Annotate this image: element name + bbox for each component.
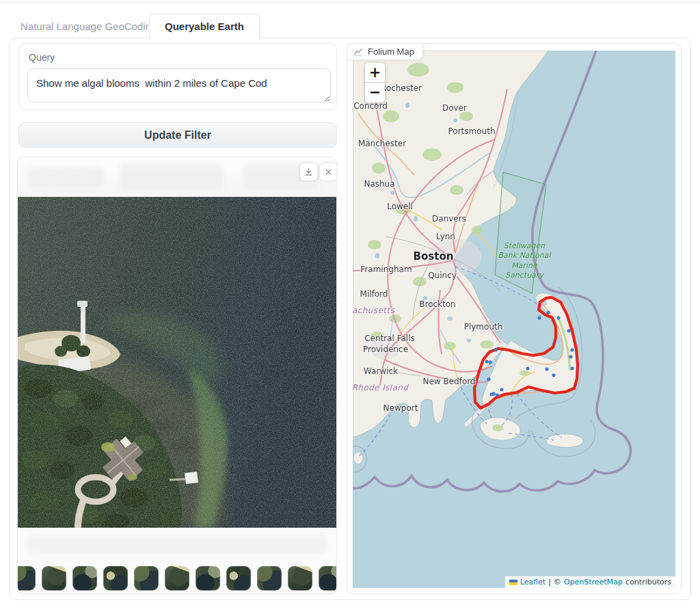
tab-queryable-earth[interactable]: Queryable Earth bbox=[149, 14, 260, 38]
gallery-thumbnail[interactable] bbox=[226, 566, 251, 591]
gallery-thumbnail[interactable] bbox=[319, 566, 337, 591]
attribution-separator: | bbox=[548, 578, 551, 586]
widget-label-text: Folium Map bbox=[368, 46, 414, 57]
gallery-thumbnail[interactable] bbox=[72, 566, 97, 591]
query-textarea[interactable]: Show me algal blooms within 2 miles of C… bbox=[27, 68, 331, 103]
gallery-thumbnail[interactable] bbox=[134, 566, 159, 591]
gallery-thumbnail[interactable] bbox=[257, 566, 282, 591]
viewer-footer bbox=[18, 528, 337, 562]
skeleton-blob bbox=[29, 168, 104, 187]
query-form-card: Query Show me algal blooms within 2 mile… bbox=[18, 43, 337, 110]
result-marker[interactable] bbox=[500, 388, 504, 392]
zoom-in-button[interactable]: + bbox=[365, 63, 385, 83]
ukraine-flag-icon bbox=[509, 580, 517, 585]
image-viewer-card bbox=[17, 157, 337, 594]
leaflet-link[interactable]: Leaflet bbox=[520, 578, 546, 586]
tab-natural-language-geocoding[interactable]: Natural Language GeoCoding bbox=[5, 14, 172, 38]
result-marker[interactable] bbox=[571, 349, 574, 352]
gallery-thumbnail[interactable] bbox=[288, 566, 312, 591]
chart-icon bbox=[353, 47, 363, 57]
openstreetmap-link[interactable]: OpenStreetMap bbox=[564, 578, 623, 586]
satellite-image-canvas bbox=[18, 197, 337, 528]
page-top-divider bbox=[0, 2, 700, 3]
result-marker[interactable] bbox=[487, 378, 491, 381]
folium-map-widget-label: Folium Map bbox=[347, 43, 423, 60]
map-zoom-control: + − bbox=[365, 63, 385, 103]
tab-label: Natural Language GeoCoding bbox=[21, 21, 157, 32]
tab-label: Queryable Earth bbox=[165, 21, 244, 32]
gallery-thumbnail[interactable] bbox=[165, 566, 189, 591]
update-filter-button[interactable]: Update Filter bbox=[18, 122, 337, 148]
result-marker[interactable] bbox=[526, 367, 530, 370]
result-marker[interactable] bbox=[569, 355, 573, 359]
tab-panel: Query Show me algal blooms within 2 mile… bbox=[9, 38, 691, 600]
result-marker[interactable] bbox=[567, 329, 571, 333]
copyright-symbol: © bbox=[554, 578, 561, 586]
gallery-thumbnail[interactable] bbox=[42, 566, 66, 591]
gallery-thumbnail[interactable] bbox=[18, 566, 36, 591]
gallery-thumbnail[interactable] bbox=[103, 566, 128, 591]
update-filter-label: Update Filter bbox=[144, 129, 211, 141]
gallery-strip bbox=[18, 562, 337, 594]
map-canvas[interactable]: RochesterDoverPortsmouthConcordMancheste… bbox=[353, 51, 675, 588]
skeleton-blob bbox=[29, 535, 327, 554]
satellite-image[interactable] bbox=[18, 197, 337, 528]
result-marker[interactable] bbox=[494, 349, 498, 352]
zoom-out-button[interactable]: − bbox=[365, 83, 385, 103]
viewer-toolbar bbox=[18, 157, 337, 197]
map-attribution: Leaflet | © OpenStreetMap contributors bbox=[505, 576, 675, 588]
result-marker[interactable] bbox=[489, 361, 492, 364]
result-marker[interactable] bbox=[496, 394, 499, 397]
close-icon bbox=[324, 167, 333, 176]
map-markers bbox=[353, 51, 675, 588]
result-marker[interactable] bbox=[552, 374, 556, 377]
result-marker[interactable] bbox=[490, 393, 494, 396]
download-button[interactable] bbox=[300, 163, 317, 180]
close-button[interactable] bbox=[320, 163, 337, 180]
result-marker[interactable] bbox=[547, 311, 550, 314]
attribution-suffix: contributors bbox=[625, 578, 671, 586]
query-field-label: Query bbox=[29, 52, 55, 63]
result-marker[interactable] bbox=[557, 316, 561, 320]
folium-map-card: Folium Map bbox=[347, 43, 682, 594]
gallery-thumbnail[interactable] bbox=[196, 566, 220, 591]
result-marker[interactable] bbox=[571, 367, 574, 370]
result-marker[interactable] bbox=[546, 368, 549, 371]
result-marker[interactable] bbox=[538, 316, 541, 320]
skeleton-blob bbox=[120, 164, 223, 190]
download-icon bbox=[304, 167, 314, 177]
